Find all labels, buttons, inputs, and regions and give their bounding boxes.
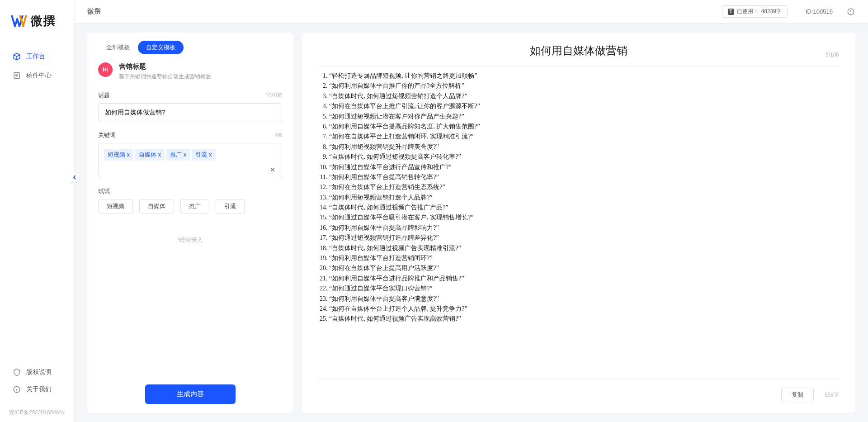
result-item: “如何通过自媒体平台进行产品宣传和推广?”	[329, 162, 839, 172]
usage-value: 48289字	[761, 8, 782, 15]
template-header: Hi 营销标题 基于关键词快速帮你自动生成营销标题	[98, 62, 282, 81]
sidebar-item-about[interactable]: 关于我们	[5, 381, 70, 398]
copy-button[interactable]: 复制	[781, 388, 814, 402]
sidebar: 微撰 工作台 稿件中心 版权说明	[0, 0, 75, 422]
result-item: “自媒体时代, 如何通过视频广告实现精准引流?”	[329, 243, 839, 253]
result-item: “如何利用自媒体平台进行品牌推广和产品销售?”	[329, 274, 839, 284]
keyword-tag[interactable]: 短视频 x	[104, 149, 133, 161]
info-icon	[13, 385, 21, 394]
result-item: “如何利用自媒体平台推广你的产品?全方位解析”	[329, 81, 839, 91]
logo-text: 微撰	[31, 13, 56, 29]
close-icon[interactable]	[268, 165, 277, 174]
suggestion-chip[interactable]: 短视频	[98, 199, 133, 213]
sidebar-item-label: 工作台	[26, 52, 45, 61]
sidebar-collapse-toggle[interactable]	[71, 172, 78, 183]
nav-bottom: 版权说明 关于我们	[0, 364, 74, 407]
result-item: “如何通过短视频让潜在客户对你产品产生兴趣?”	[329, 112, 839, 122]
sidebar-item-label: 稿件中心	[26, 71, 52, 80]
keyword-tag[interactable]: 引流 x	[192, 149, 215, 161]
sidebar-item-drafts[interactable]: 稿件中心	[5, 66, 70, 85]
usage-label: 已使用：	[737, 8, 759, 15]
keyword-tag[interactable]: 自媒体 x	[135, 149, 165, 161]
result-body: “轻松打造专属品牌短视频, 让你的营销之路更加顺畅”“如何利用自媒体平台推广你的…	[318, 71, 839, 379]
topbar: 微撰 T 已使用： 48289字 ID:100519	[75, 0, 868, 24]
suggestion-row: 短视频自媒体推广引流	[98, 199, 282, 213]
template-icon: Hi	[98, 62, 113, 77]
template-tabs: 全部模板 自定义模板	[98, 41, 282, 54]
result-title: 如何用自媒体做营销	[530, 43, 627, 58]
user-id: ID:100519	[806, 8, 833, 15]
result-item: “自媒体时代, 如何通过短视频营销打造个人品牌?”	[329, 91, 839, 101]
keyword-tag[interactable]: 推广 x	[166, 149, 190, 161]
text-icon: T	[728, 9, 734, 15]
logo-icon	[11, 13, 27, 29]
result-item: “如何通过短视频营销打造品牌差异化?”	[329, 233, 839, 243]
keywords-counter: 4/6	[274, 132, 282, 138]
result-panel: 如何用自媒体做营销 9/100 “轻松打造专属品牌短视频, 让你的营销之路更加顺…	[302, 33, 855, 413]
fill-required-hint: *请空录入	[98, 236, 282, 244]
template-title: 营销标题	[119, 62, 211, 71]
result-item: “如何在自媒体平台上打造营销生态系统?”	[329, 182, 839, 192]
sidebar-item-copyright[interactable]: 版权说明	[5, 364, 70, 381]
suggestion-chip[interactable]: 推广	[180, 199, 209, 213]
result-item: “如何利用自媒体平台提高销售转化率?”	[329, 172, 839, 182]
result-item: “如何利用自媒体平台提高品牌影响力?”	[329, 223, 839, 233]
suggest-label: 试试	[98, 187, 110, 195]
result-title-counter: 9/100	[826, 52, 839, 58]
result-item: “如何在自媒体平台上提高用户活跃度?”	[329, 263, 839, 273]
tab-custom-templates[interactable]: 自定义模板	[138, 41, 184, 54]
logout-button[interactable]	[846, 7, 855, 16]
result-item: “如何利用短视频营销提升品牌美誉度?”	[329, 142, 839, 152]
result-char-count: 658字	[825, 391, 839, 399]
nav-main: 工作台 稿件中心	[0, 47, 74, 364]
usage-badge: T 已使用： 48289字	[722, 5, 788, 18]
main: 微撰 T 已使用： 48289字 ID:100519 全部模板 自定义模板 Hi	[75, 0, 868, 422]
result-item: “自媒体时代, 如何通过视频广告实现高效营销?”	[329, 314, 839, 324]
result-item: “如何在自媒体平台上推广引流, 让你的客户源源不断?”	[329, 101, 839, 111]
result-item: “如何在自媒体平台上打造营销闭环, 实现精准引流?”	[329, 132, 839, 142]
result-item: “如何通过自媒体平台吸引潜在客户, 实现销售增长?”	[329, 213, 839, 223]
sidebar-item-workbench[interactable]: 工作台	[5, 47, 70, 66]
topic-counter: 10/100	[265, 92, 282, 99]
result-item: “自媒体时代, 如何通过视频广告推广产品?”	[329, 203, 839, 213]
result-item: “如何利用短视频营销打造个人品牌?”	[329, 193, 839, 203]
result-item: “自媒体时代, 如何通过短视频提高客户转化率?”	[329, 152, 839, 162]
result-item: “如何利用自媒体平台提高品牌知名度, 扩大销售范围?”	[329, 122, 839, 132]
tab-all-templates[interactable]: 全部模板	[98, 41, 138, 54]
result-item: “轻松打造专属品牌短视频, 让你的营销之路更加顺畅”	[329, 71, 839, 81]
result-item: “如何利用自媒体平台打造营销闭环?”	[329, 253, 839, 263]
suggestion-chip[interactable]: 引流	[216, 199, 245, 213]
cube-icon	[13, 52, 21, 61]
keywords-label: 关键词	[98, 131, 116, 139]
shield-icon	[13, 368, 21, 376]
generate-button[interactable]: 生成内容	[145, 384, 236, 404]
result-item: “如何利用自媒体平台提高客户满意度?”	[329, 294, 839, 304]
suggestion-chip[interactable]: 自媒体	[139, 199, 174, 213]
logo: 微撰	[0, 0, 74, 47]
result-item: “如何在自媒体平台上打造个人品牌, 提升竞争力?”	[329, 304, 839, 314]
page-title: 微撰	[87, 7, 101, 16]
sidebar-item-label: 关于我们	[26, 385, 52, 394]
topic-label: 话题	[98, 91, 110, 100]
result-item: “如何通过自媒体平台实现口碑营销?”	[329, 284, 839, 294]
template-desc: 基于关键词快速帮你自动生成营销标题	[119, 73, 211, 81]
sidebar-item-label: 版权说明	[26, 368, 52, 376]
config-panel: 全部模板 自定义模板 Hi 营销标题 基于关键词快速帮你自动生成营销标题 话题 …	[87, 33, 293, 413]
topic-input[interactable]	[98, 103, 282, 122]
document-icon	[13, 71, 21, 80]
keywords-input[interactable]: 短视频 x自媒体 x推广 x引流 x	[98, 143, 282, 178]
icp-text: 鄂ICP备2022016946号	[0, 407, 74, 422]
